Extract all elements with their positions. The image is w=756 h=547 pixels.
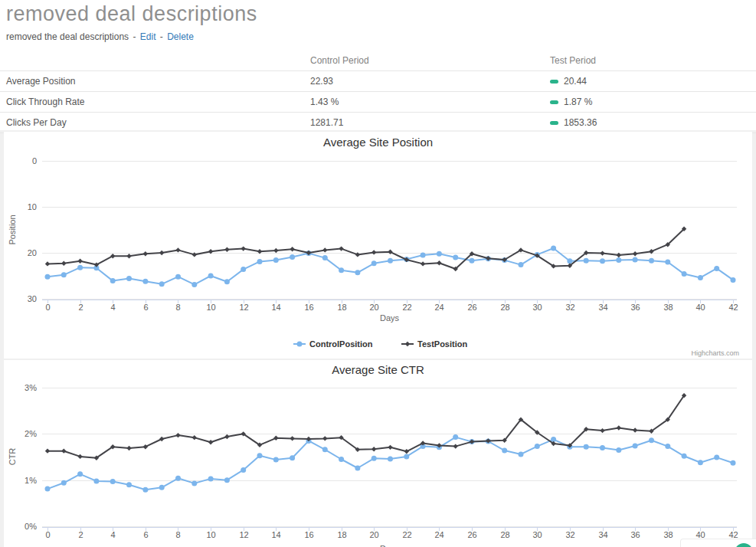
svg-text:Average Site Position: Average Site Position xyxy=(323,136,433,149)
svg-text:Days: Days xyxy=(380,544,400,547)
separator-dash: - xyxy=(131,31,137,42)
svg-text:0: 0 xyxy=(45,530,50,539)
control-value: 1.43 % xyxy=(310,92,550,113)
svg-text:30: 30 xyxy=(532,530,542,539)
svg-text:18: 18 xyxy=(337,530,346,539)
test-value-cell: 1853.36 xyxy=(550,113,756,133)
svg-text:16: 16 xyxy=(304,530,313,539)
svg-text:14: 14 xyxy=(271,530,280,539)
svg-text:32: 32 xyxy=(565,303,574,312)
svg-text:22: 22 xyxy=(402,303,411,312)
svg-text:22: 22 xyxy=(402,530,411,539)
svg-text:4: 4 xyxy=(110,303,115,312)
summary-table-header-row: Control Period Test Period xyxy=(0,51,756,71)
svg-text:8: 8 xyxy=(175,303,180,312)
page-title: removed deal descriptions xyxy=(0,0,756,26)
svg-text:3%: 3% xyxy=(25,383,37,392)
delete-link[interactable]: Delete xyxy=(167,31,194,42)
svg-text:10: 10 xyxy=(28,202,37,211)
chat-widget-button[interactable] xyxy=(735,543,753,547)
control-value: 22.93 xyxy=(310,71,550,92)
test-period-header: Test Period xyxy=(550,51,756,71)
svg-text:20: 20 xyxy=(369,303,378,312)
test-value-cell: 20.44 xyxy=(550,71,756,92)
svg-text:Highcharts.com: Highcharts.com xyxy=(691,349,739,357)
svg-text:10: 10 xyxy=(206,303,215,312)
svg-text:26: 26 xyxy=(467,303,476,312)
page-subtitle: removed the deal descriptions - Edit - D… xyxy=(0,26,756,42)
test-value: 20.44 xyxy=(564,76,587,87)
test-value: 1.87 % xyxy=(564,97,592,107)
svg-text:6: 6 xyxy=(143,303,148,312)
positive-change-indicator xyxy=(550,121,558,125)
svg-text:12: 12 xyxy=(239,530,248,539)
position-chart-panel: 0102030024681012141618202224262830323436… xyxy=(4,132,752,359)
svg-text:34: 34 xyxy=(598,303,607,312)
control-value: 1281.71 xyxy=(310,113,550,133)
page: removed deal descriptions removed the de… xyxy=(0,0,756,547)
svg-text:40: 40 xyxy=(695,303,705,312)
svg-text:0%: 0% xyxy=(25,522,37,531)
svg-text:32: 32 xyxy=(565,530,574,539)
svg-text:18: 18 xyxy=(337,303,346,312)
average-site-position-chart[interactable]: 0102030024681012141618202224262830323436… xyxy=(4,132,752,359)
svg-text:8: 8 xyxy=(175,530,180,539)
svg-text:12: 12 xyxy=(239,303,248,312)
svg-text:4: 4 xyxy=(110,530,115,539)
svg-text:28: 28 xyxy=(500,303,509,312)
svg-text:10: 10 xyxy=(206,530,215,539)
control-period-header: Control Period xyxy=(310,51,550,71)
metric-label: Click Through Rate xyxy=(0,92,310,113)
edit-link[interactable]: Edit xyxy=(140,31,156,42)
svg-text:26: 26 xyxy=(467,530,476,539)
positive-change-indicator xyxy=(550,100,558,104)
test-value-cell: 1.87 % xyxy=(550,92,756,113)
svg-text:36: 36 xyxy=(630,303,640,312)
svg-text:34: 34 xyxy=(598,530,607,539)
svg-text:1%: 1% xyxy=(25,476,37,485)
empty-header-cell xyxy=(0,51,310,71)
svg-text:24: 24 xyxy=(434,530,443,539)
svg-text:14: 14 xyxy=(271,303,280,312)
svg-text:42: 42 xyxy=(728,303,738,312)
average-site-ctr-chart[interactable]: 0%1%2%3%02468101214161820222426283032343… xyxy=(4,360,752,547)
test-value: 1853.36 xyxy=(564,117,597,128)
table-row-average-position: Average Position 22.93 20.44 xyxy=(0,71,756,92)
svg-text:0: 0 xyxy=(45,303,50,312)
svg-text:38: 38 xyxy=(663,530,673,539)
svg-text:0: 0 xyxy=(32,156,37,165)
svg-text:36: 36 xyxy=(630,530,640,539)
svg-text:Position: Position xyxy=(8,215,17,244)
experiment-summary-section: removed deal descriptions removed the de… xyxy=(0,0,756,130)
table-row-click-through-rate: Click Through Rate 1.43 % 1.87 % xyxy=(0,92,756,113)
separator-dash: - xyxy=(159,31,165,42)
svg-text:Average Site CTR: Average Site CTR xyxy=(332,363,424,376)
svg-text:20: 20 xyxy=(369,530,378,539)
metric-label: Average Position xyxy=(0,71,310,92)
svg-text:38: 38 xyxy=(663,303,673,312)
positive-change-indicator xyxy=(550,80,558,84)
summary-table: Control Period Test Period Average Posit… xyxy=(0,51,756,133)
ctr-chart-panel: 0%1%2%3%02468101214161820222426283032343… xyxy=(4,360,752,547)
chat-widget-box[interactable] xyxy=(680,539,756,547)
svg-text:30: 30 xyxy=(532,303,542,312)
svg-text:28: 28 xyxy=(500,530,509,539)
svg-text:16: 16 xyxy=(304,303,313,312)
svg-text:CTR: CTR xyxy=(8,448,17,466)
svg-text:20: 20 xyxy=(28,248,37,257)
svg-text:TestPosition: TestPosition xyxy=(417,339,467,349)
svg-text:ControlPosition: ControlPosition xyxy=(309,339,373,349)
svg-text:24: 24 xyxy=(434,303,443,312)
svg-text:Days: Days xyxy=(380,313,400,323)
table-row-clicks-per-day: Clicks Per Day 1281.71 1853.36 xyxy=(0,113,756,133)
svg-text:2: 2 xyxy=(78,530,83,539)
svg-text:30: 30 xyxy=(28,294,37,303)
svg-text:6: 6 xyxy=(143,530,148,539)
metric-label: Clicks Per Day xyxy=(0,113,310,133)
svg-text:2%: 2% xyxy=(25,429,37,438)
subtitle-text: removed the deal descriptions xyxy=(6,31,129,42)
svg-text:2: 2 xyxy=(78,303,83,312)
